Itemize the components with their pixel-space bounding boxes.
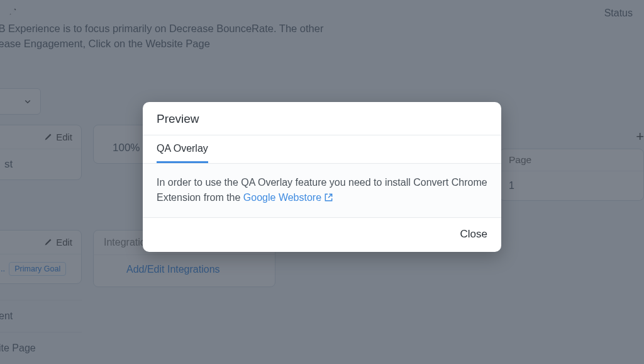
external-link-icon	[324, 193, 333, 202]
modal-body: In order to use the QA Overlay feature y…	[143, 164, 501, 218]
modal-header: Preview	[143, 102, 501, 135]
link-text: Google Webstore	[243, 190, 321, 205]
close-button[interactable]: Close	[460, 228, 487, 241]
google-webstore-link[interactable]: Google Webstore	[243, 190, 333, 205]
modal-overlay[interactable]: Preview QA Overlay In order to use the Q…	[0, 0, 644, 364]
modal-title: Preview	[157, 112, 487, 126]
modal-tabs: QA Overlay	[143, 135, 501, 164]
modal-footer: Close	[143, 218, 501, 252]
preview-modal: Preview QA Overlay In order to use the Q…	[143, 102, 501, 252]
tab-qa-overlay[interactable]: QA Overlay	[157, 135, 208, 163]
